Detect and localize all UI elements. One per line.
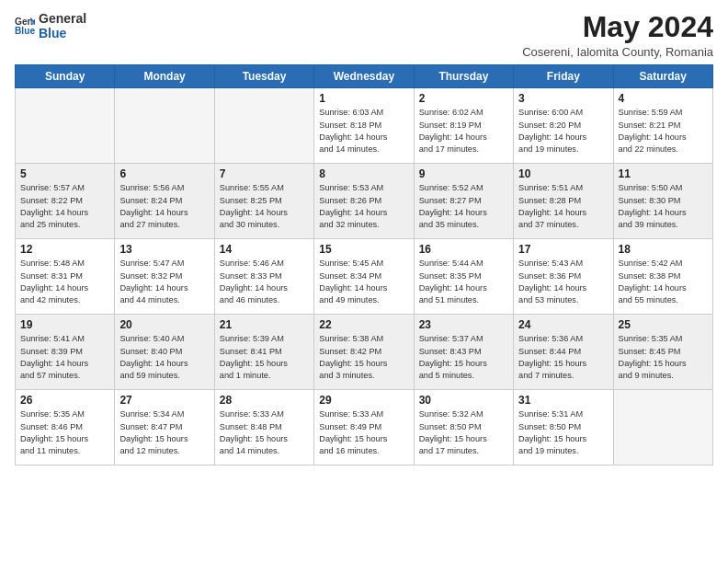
calendar-week-row: 12Sunrise: 5:48 AM Sunset: 8:31 PM Dayli… [16,239,713,315]
month-title: May 2024 [522,11,713,43]
day-number: 16 [419,243,508,256]
day-info: Sunrise: 5:50 AM Sunset: 8:30 PM Dayligh… [619,182,708,231]
day-number: 8 [319,167,408,180]
day-info: Sunrise: 5:57 AM Sunset: 8:22 PM Dayligh… [20,182,109,231]
calendar-table: SundayMondayTuesdayWednesdayThursdayFrid… [15,64,713,465]
page: General Blue General Blue May 2024 Coser… [0,0,728,563]
day-info: Sunrise: 5:32 AM Sunset: 8:50 PM Dayligh… [419,408,508,457]
location-subtitle: Cosereni, Ialomita County, Romania [522,45,713,59]
day-info: Sunrise: 5:44 AM Sunset: 8:35 PM Dayligh… [419,258,508,306]
calendar-cell: 25Sunrise: 5:35 AM Sunset: 8:45 PM Dayli… [613,315,712,390]
day-number: 20 [119,318,209,331]
calendar-header-row: SundayMondayTuesdayWednesdayThursdayFrid… [16,65,713,88]
day-info: Sunrise: 5:56 AM Sunset: 8:24 PM Dayligh… [119,182,209,231]
day-info: Sunrise: 5:36 AM Sunset: 8:44 PM Dayligh… [518,333,608,382]
day-number: 26 [20,394,109,407]
day-number: 17 [518,243,608,256]
day-number: 30 [419,394,508,407]
day-info: Sunrise: 5:51 AM Sunset: 8:28 PM Dayligh… [518,182,608,231]
day-number: 9 [419,167,508,180]
day-info: Sunrise: 5:42 AM Sunset: 8:38 PM Dayligh… [619,258,708,306]
day-info: Sunrise: 5:33 AM Sunset: 8:48 PM Dayligh… [220,408,309,457]
day-number: 22 [319,318,408,331]
day-number: 14 [220,243,309,256]
day-info: Sunrise: 5:41 AM Sunset: 8:39 PM Dayligh… [20,333,109,382]
day-info: Sunrise: 5:31 AM Sunset: 8:50 PM Dayligh… [518,408,608,457]
day-info: Sunrise: 5:38 AM Sunset: 8:42 PM Dayligh… [319,333,408,382]
logo-blue-text: Blue [39,26,86,40]
header: General Blue General Blue May 2024 Coser… [15,11,713,59]
calendar-cell: 18Sunrise: 5:42 AM Sunset: 8:38 PM Dayli… [613,239,712,315]
day-info: Sunrise: 5:53 AM Sunset: 8:26 PM Dayligh… [319,182,408,231]
calendar-cell: 16Sunrise: 5:44 AM Sunset: 8:35 PM Dayli… [414,239,513,315]
calendar-cell: 30Sunrise: 5:32 AM Sunset: 8:50 PM Dayli… [414,390,513,465]
day-info: Sunrise: 5:39 AM Sunset: 8:41 PM Dayligh… [220,333,309,382]
calendar-cell: 14Sunrise: 5:46 AM Sunset: 8:33 PM Dayli… [214,239,313,315]
day-number: 27 [119,394,209,407]
day-info: Sunrise: 5:55 AM Sunset: 8:25 PM Dayligh… [220,182,309,231]
day-number: 31 [518,394,608,407]
day-number: 7 [220,167,309,180]
col-header-friday: Friday [514,65,613,88]
col-header-sunday: Sunday [16,65,115,88]
calendar-cell: 29Sunrise: 5:33 AM Sunset: 8:49 PM Dayli… [314,390,414,465]
generalblue-logo-icon: General Blue [15,16,35,36]
calendar-cell: 6Sunrise: 5:56 AM Sunset: 8:24 PM Daylig… [115,164,214,239]
calendar-cell: 17Sunrise: 5:43 AM Sunset: 8:36 PM Dayli… [514,239,613,315]
calendar-cell: 1Sunrise: 6:03 AM Sunset: 8:18 PM Daylig… [314,88,414,164]
svg-text:Blue: Blue [15,27,35,37]
calendar-cell: 12Sunrise: 5:48 AM Sunset: 8:31 PM Dayli… [16,239,115,315]
day-number: 12 [20,243,109,256]
calendar-cell: 20Sunrise: 5:40 AM Sunset: 8:40 PM Dayli… [115,315,214,390]
day-info: Sunrise: 5:35 AM Sunset: 8:46 PM Dayligh… [20,408,109,457]
logo-general-text: General [39,11,86,26]
day-info: Sunrise: 5:35 AM Sunset: 8:45 PM Dayligh… [619,333,708,382]
day-info: Sunrise: 5:34 AM Sunset: 8:47 PM Dayligh… [119,408,209,457]
calendar-cell [115,88,214,164]
calendar-cell: 15Sunrise: 5:45 AM Sunset: 8:34 PM Dayli… [314,239,414,315]
day-number: 11 [619,167,708,180]
day-info: Sunrise: 5:47 AM Sunset: 8:32 PM Dayligh… [119,258,209,306]
calendar-cell: 13Sunrise: 5:47 AM Sunset: 8:32 PM Dayli… [115,239,214,315]
day-info: Sunrise: 5:52 AM Sunset: 8:27 PM Dayligh… [419,182,508,231]
calendar-cell: 8Sunrise: 5:53 AM Sunset: 8:26 PM Daylig… [314,164,414,239]
day-number: 24 [518,318,608,331]
day-number: 28 [220,394,309,407]
day-number: 19 [20,318,109,331]
day-number: 6 [119,167,209,180]
day-number: 5 [20,167,109,180]
day-number: 23 [419,318,508,331]
day-number: 18 [619,243,708,256]
calendar-week-row: 5Sunrise: 5:57 AM Sunset: 8:22 PM Daylig… [16,164,713,239]
day-info: Sunrise: 5:37 AM Sunset: 8:43 PM Dayligh… [419,333,508,382]
logo: General Blue General Blue [15,11,86,40]
day-number: 25 [619,318,708,331]
calendar-week-row: 19Sunrise: 5:41 AM Sunset: 8:39 PM Dayli… [16,315,713,390]
calendar-cell [613,390,712,465]
calendar-cell: 28Sunrise: 5:33 AM Sunset: 8:48 PM Dayli… [214,390,313,465]
calendar-cell: 5Sunrise: 5:57 AM Sunset: 8:22 PM Daylig… [16,164,115,239]
day-info: Sunrise: 6:00 AM Sunset: 8:20 PM Dayligh… [518,107,608,155]
calendar-week-row: 26Sunrise: 5:35 AM Sunset: 8:46 PM Dayli… [16,390,713,465]
col-header-monday: Monday [115,65,214,88]
calendar-cell: 11Sunrise: 5:50 AM Sunset: 8:30 PM Dayli… [613,164,712,239]
day-info: Sunrise: 6:02 AM Sunset: 8:19 PM Dayligh… [419,107,508,155]
calendar-cell: 23Sunrise: 5:37 AM Sunset: 8:43 PM Dayli… [414,315,513,390]
day-number: 2 [419,92,508,105]
calendar-cell: 3Sunrise: 6:00 AM Sunset: 8:20 PM Daylig… [514,88,613,164]
day-info: Sunrise: 5:45 AM Sunset: 8:34 PM Dayligh… [319,258,408,306]
day-number: 13 [119,243,209,256]
day-info: Sunrise: 6:03 AM Sunset: 8:18 PM Dayligh… [319,107,408,155]
calendar-cell: 22Sunrise: 5:38 AM Sunset: 8:42 PM Dayli… [314,315,414,390]
day-info: Sunrise: 5:43 AM Sunset: 8:36 PM Dayligh… [518,258,608,306]
calendar-cell: 26Sunrise: 5:35 AM Sunset: 8:46 PM Dayli… [16,390,115,465]
day-number: 29 [319,394,408,407]
calendar-cell: 24Sunrise: 5:36 AM Sunset: 8:44 PM Dayli… [514,315,613,390]
day-info: Sunrise: 5:48 AM Sunset: 8:31 PM Dayligh… [20,258,109,306]
title-block: May 2024 Cosereni, Ialomita County, Roma… [522,11,713,59]
calendar-cell: 7Sunrise: 5:55 AM Sunset: 8:25 PM Daylig… [214,164,313,239]
day-info: Sunrise: 5:46 AM Sunset: 8:33 PM Dayligh… [220,258,309,306]
day-number: 3 [518,92,608,105]
col-header-wednesday: Wednesday [314,65,414,88]
calendar-cell: 4Sunrise: 5:59 AM Sunset: 8:21 PM Daylig… [613,88,712,164]
